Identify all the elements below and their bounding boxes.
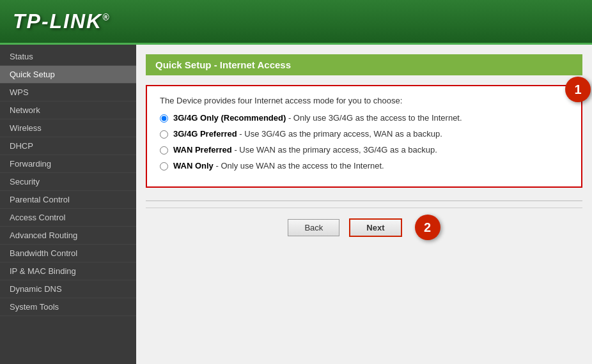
option-wan-preferred: WAN Preferred - Use WAN as the primary a… [160,145,568,155]
sidebar-item-dhcp[interactable]: DHCP [0,137,136,155]
sidebar: Status Quick Setup WPS Network Wireless … [0,45,136,364]
annotation-1: 1 [565,77,591,102]
options-box: 1 The Device provides four Internet acce… [146,85,582,188]
radio-3g4g-preferred[interactable] [160,130,168,139]
buttons-row: Back Next 2 [146,208,582,243]
sidebar-item-status[interactable]: Status [0,48,136,66]
option-wan-preferred-bold: WAN Preferred [173,145,232,155]
option-wan-only-label: WAN Only - Only use WAN as the access to… [173,161,384,171]
sidebar-item-forwarding[interactable]: Forwarding [0,155,136,173]
option-3g4g-preferred: 3G/4G Preferred - Use 3G/4G as the prima… [160,129,568,139]
sidebar-item-dynamic-dns[interactable]: Dynamic DNS [0,280,136,298]
sidebar-item-quick-setup[interactable]: Quick Setup [0,66,136,84]
option-wan-only-rest: - Only use WAN as the access to the Inte… [215,161,384,171]
option-3g4g-only: 3G/4G Only (Recommended) - Only use 3G/4… [160,113,568,123]
radio-wan-only[interactable] [160,162,168,171]
radio-wan-preferred[interactable] [160,146,168,155]
sidebar-item-wps[interactable]: WPS [0,84,136,102]
logo: TP-LINK® [13,10,111,33]
option-3g4g-only-rest: - Only use 3G/4G as the access to the In… [288,113,462,123]
option-wan-preferred-label: WAN Preferred - Use WAN as the primary a… [173,145,437,155]
next-button[interactable]: Next [349,218,401,237]
content-body: 1 The Device provides four Internet acce… [136,85,592,253]
sidebar-item-advanced-routing[interactable]: Advanced Routing [0,227,136,245]
option-wan-only: WAN Only - Only use WAN as the access to… [160,161,568,171]
sidebar-item-ip-mac-binding[interactable]: IP & MAC Binding [0,262,136,280]
option-3g4g-preferred-label: 3G/4G Preferred - Use 3G/4G as the prima… [173,129,442,139]
header: TP-LINK® [0,0,592,45]
options-description: The Device provides four Internet access… [160,96,568,105]
radio-3g4g-only[interactable] [160,114,168,123]
sidebar-item-security[interactable]: Security [0,173,136,191]
divider [146,201,582,201]
page-title: Quick Setup - Internet Access [146,54,582,75]
option-3g4g-only-label: 3G/4G Only (Recommended) - Only use 3G/4… [173,113,462,123]
sidebar-item-bandwidth-control[interactable]: Bandwidth Control [0,245,136,262]
option-wan-preferred-rest: - Use WAN as the primary access, 3G/4G a… [234,145,437,155]
main-container: Status Quick Setup WPS Network Wireless … [0,45,592,364]
content-area: Quick Setup - Internet Access 1 The Devi… [136,45,592,364]
sidebar-item-access-control[interactable]: Access Control [0,209,136,227]
annotation-2: 2 [415,215,440,240]
sidebar-item-parental-control[interactable]: Parental Control [0,191,136,209]
back-button[interactable]: Back [288,219,339,236]
sidebar-item-network[interactable]: Network [0,102,136,119]
option-3g4g-preferred-rest: - Use 3G/4G as the primary access, WAN a… [239,129,442,139]
option-3g4g-only-bold: 3G/4G Only (Recommended) [173,113,286,123]
sidebar-item-wireless[interactable]: Wireless [0,119,136,137]
sidebar-item-system-tools[interactable]: System Tools [0,298,136,316]
option-3g4g-preferred-bold: 3G/4G Preferred [173,129,237,139]
option-wan-only-bold: WAN Only [173,161,214,171]
